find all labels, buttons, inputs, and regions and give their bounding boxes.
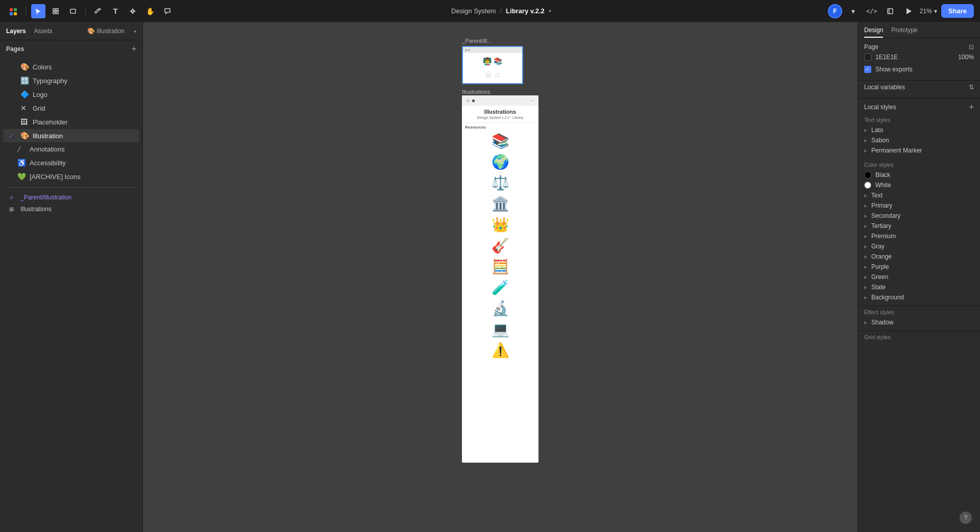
view-controls: 21% ▾ [920,8,937,15]
play-button[interactable] [901,4,916,18]
design-tab[interactable]: Design [864,27,883,38]
green-chevron-icon: ▶ [864,275,867,280]
add-page-button[interactable]: + [132,44,136,54]
style-row-black[interactable]: Black [864,170,974,180]
page-item-archive-icons[interactable]: 💚 [ARCHIVE] Icons [3,170,139,183]
archive-icons-page-label: [ARCHIVE] Icons [30,173,81,181]
style-row-background[interactable]: ▶ Background [864,292,974,302]
library-dropdown-icon[interactable]: ▾ [549,8,551,14]
main-menu-button[interactable] [6,4,20,18]
style-row-lato[interactable]: ▶ Lato [864,125,974,135]
style-row-sabon[interactable]: ▶ Sabon [864,135,974,145]
share-button[interactable]: Share [941,4,974,18]
assets-tab[interactable]: Assets [34,27,53,36]
style-row-primary[interactable]: ▶ Primary [864,200,974,211]
page-section: Page ⊡ 1E1E1E 100% ✓ Show exports [858,38,980,81]
comment-tool-button[interactable] [160,4,175,18]
svg-rect-8 [70,9,76,13]
layer-breadcrumb-arrow[interactable]: ▾ [134,29,136,34]
library-button[interactable] [883,4,897,18]
page-item-colors[interactable]: 🎨 Colors [3,60,139,73]
select-tool-button[interactable] [31,4,45,18]
illustrations-layer-label: Illustrations [20,206,52,213]
style-row-text[interactable]: ▶ Text [864,190,974,200]
style-row-gray[interactable]: ▶ Gray [864,241,974,251]
add-local-style-button[interactable]: + [969,103,974,112]
page-item-accessibility[interactable]: ♿ Accessibility [3,156,139,169]
page-item-placeholder[interactable]: 🖼 Placeholder [3,115,139,129]
svg-rect-1 [14,8,17,11]
code-button[interactable]: </> [865,4,879,18]
illus-title-area: Illustrations Design System v.2.2 · Libr… [462,106,538,123]
illus-icon-scales: ⚖️ [462,172,538,193]
layer-breadcrumb-label[interactable]: 🎨 Illustration [87,28,125,35]
style-row-green[interactable]: ▶ Green [864,272,974,282]
toolbar-divider-1 [26,6,26,16]
svg-rect-7 [56,12,58,14]
page-section-title: Page [864,43,878,50]
components-tool-button[interactable] [126,4,140,18]
frame-tool-button[interactable] [48,4,63,18]
style-row-permanent-marker[interactable]: ▶ Permanent Marker [864,145,974,156]
show-exports-checkbox[interactable]: ✓ [864,66,871,73]
zoom-level[interactable]: 21% [920,8,932,15]
pillar-icon: 🏛️ [492,195,509,212]
hand-tool-button[interactable]: ✋ [143,4,157,18]
illustrations-layer-icon: ⊞ [9,206,17,213]
layer-item-illustrations[interactable]: ⊞ Illustrations [3,204,139,215]
illus-icon-flask: 🧪 [462,277,538,298]
style-row-state[interactable]: ▶ State [864,282,974,292]
text-styles-subsection: Text styles ▶ Lato ▶ Sabon ▶ Permanent M… [858,114,980,159]
pen-tool-button[interactable] [91,4,105,18]
accessibility-page-icon: ♿ [17,159,26,167]
typography-page-label: Typography [33,77,67,85]
style-row-secondary[interactable]: ▶ Secondary [864,211,974,221]
purple-chevron-icon: ▶ [864,265,867,269]
white-color-label: White [875,182,891,189]
help-button[interactable]: ? [960,512,972,524]
style-row-premium[interactable]: ▶ Premium [864,231,974,241]
page-color-swatch[interactable] [864,54,871,61]
primary-label: Primary [871,202,892,209]
parent-thumbnail[interactable]: 👨‍🏫 📚 🏛 ⚖ [462,46,523,84]
background-chevron-icon: ▶ [864,295,867,300]
illustrations-main-frame[interactable]: ⊹ ◆ ··· Illustrations Design System v.2.… [462,95,538,463]
page-item-illustration[interactable]: ✓ 🎨 Illustration [3,129,139,142]
show-exports-row: ✓ Show exports [864,64,974,75]
library-name[interactable]: Library v.2.2 [506,7,545,15]
parent-layer-label: _Parent/Illustration [20,194,71,201]
style-row-purple[interactable]: ▶ Purple [864,262,974,272]
style-row-orange[interactable]: ▶ Orange [864,251,974,262]
thumb-icon-1: 👨‍🏫 [483,57,492,65]
green-label: Green [871,273,888,281]
parent-layer-icon: ⊹ [9,194,17,201]
placeholder-page-icon: 🖼 [20,118,29,126]
color-styles-title: Color styles [864,162,974,168]
tertiary-label: Tertiary [871,222,891,230]
page-settings-icon[interactable]: ⊡ [969,43,974,50]
illus-icon-warning: ⚠️ [462,340,538,361]
illus-icon-globe: 🌍 [462,151,538,172]
user-dropdown-button[interactable]: ▾ [846,4,861,18]
permanent-marker-label: Permanent Marker [871,147,922,154]
panel-separator [6,187,136,188]
style-row-tertiary[interactable]: ▶ Tertiary [864,221,974,231]
canvas-area[interactable]: _Parent/ill... 👨‍🏫 📚 [143,22,857,532]
style-row-shadow[interactable]: ▶ Shadow [864,317,974,327]
layer-item-parent[interactable]: ⊹ _Parent/Illustration [3,192,139,203]
prototype-tab[interactable]: Prototype [891,27,917,38]
page-item-annotations[interactable]: ╱ Annotations [3,143,139,156]
text-tool-button[interactable]: T [108,4,122,18]
local-variables-settings-icon[interactable]: ⇅ [969,84,974,91]
style-row-white[interactable]: White [864,180,974,190]
shape-tool-button[interactable] [66,4,80,18]
thumb-dot-2 [468,49,470,51]
page-item-typography[interactable]: 🔡 Typography [3,74,139,87]
page-item-grid[interactable]: ✕ Grid [3,102,139,115]
breadcrumb-separator: / [500,7,502,15]
accessibility-page-label: Accessibility [30,159,66,167]
page-item-logo[interactable]: 🔷 Logo [3,88,139,101]
shadow-chevron-icon: ▶ [864,320,867,325]
primary-chevron-icon: ▶ [864,204,867,208]
layers-tab[interactable]: Layers [6,27,26,36]
